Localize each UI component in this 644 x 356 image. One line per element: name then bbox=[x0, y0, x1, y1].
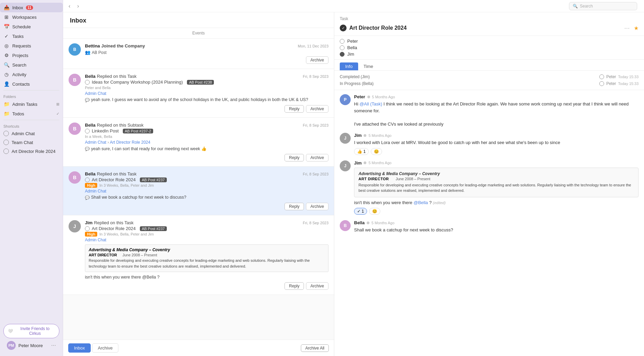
shortcut-item-admin-chat[interactable]: Admin Chat bbox=[0, 129, 63, 138]
cv-dates: June 2008 – Present bbox=[396, 177, 430, 181]
item-header: Bella Replied on this Task Fri, 8 Sep 20… bbox=[85, 171, 328, 176]
user-options-icon[interactable]: ⋯ bbox=[51, 343, 56, 348]
chat-time: 5 Months Ago bbox=[368, 133, 391, 138]
item-meta: In 3 Weeks, Bella, Peter and Jim bbox=[99, 183, 153, 187]
priority-badge: High bbox=[85, 232, 97, 237]
reply-button[interactable]: Reply bbox=[284, 105, 304, 113]
shortcut-item-team-chat[interactable]: Team Chat bbox=[0, 138, 63, 147]
reaction-button[interactable]: ✓ 1 bbox=[354, 208, 367, 215]
reply-button[interactable]: Reply bbox=[284, 203, 304, 210]
cv-dates: June 2008 – Present bbox=[122, 253, 157, 257]
chat-text: I worked with Lora over at MRV. Would be… bbox=[354, 139, 639, 146]
chat-dot bbox=[367, 222, 369, 224]
item-channel[interactable]: Admin Chat bbox=[85, 140, 106, 145]
chat-time: 5 Months Ago bbox=[372, 95, 395, 99]
archive-button[interactable]: Archive bbox=[306, 105, 328, 113]
avatar: J bbox=[69, 220, 81, 232]
footer-tabs: Inbox Archive bbox=[68, 343, 118, 353]
sidebar-item-label: Schedule bbox=[12, 24, 31, 29]
sidebar-item-projects[interactable]: ⚙ Projects bbox=[0, 51, 63, 60]
sidebar-user[interactable]: PM Peter Moore ⋯ bbox=[3, 338, 59, 353]
archive-button[interactable]: Archive bbox=[306, 154, 328, 161]
cv-card: Advertising & Media Company – Coventry A… bbox=[85, 244, 328, 272]
post-badge: AB Post #237 bbox=[140, 177, 167, 182]
sidebar-item-contacts[interactable]: 👤 Contacts bbox=[0, 79, 63, 89]
task-star-icon[interactable]: ★ bbox=[634, 25, 639, 31]
task-name: Art Director Role 2024 bbox=[92, 226, 136, 231]
chat-body: Peter 5 Months Ago Hi @All (Task) I thin… bbox=[354, 94, 639, 127]
inbox-item-bettina-joined: B Bettina Joined the Company Mon, 11 Dec… bbox=[63, 39, 334, 69]
task-section-label: Task bbox=[340, 16, 639, 21]
status-value: Peter bbox=[606, 74, 616, 79]
chat-message-jim-msg2: J Jim 5 Months Ago Advertising & Media C… bbox=[340, 160, 639, 215]
item-header: Jim Replied on this Task Fri, 8 Sep 2023 bbox=[85, 220, 328, 225]
sidebar-item-schedule[interactable]: 📅 Schedule bbox=[0, 22, 63, 31]
avatar: B bbox=[69, 43, 81, 56]
item-channel[interactable]: Admin Chat bbox=[85, 91, 106, 96]
inbox-tab[interactable]: Inbox bbox=[68, 343, 91, 353]
task-tab-time[interactable]: Time bbox=[358, 62, 379, 70]
chat-username: Bella bbox=[354, 220, 365, 225]
global-search-bar[interactable]: 🔍 Search bbox=[569, 2, 637, 10]
status-label: In Progress (Bella) bbox=[340, 81, 374, 86]
item-channel[interactable]: Admin Chat bbox=[85, 238, 106, 242]
sidebar-item-label: Inbox bbox=[12, 5, 23, 10]
chat-avatar: J bbox=[340, 133, 351, 144]
item-channel-chain[interactable]: Art Director Role 2024 bbox=[110, 140, 150, 145]
sidebar-item-label: Activity bbox=[12, 72, 26, 77]
reply-button[interactable]: Reply bbox=[284, 282, 304, 290]
archive-all-button[interactable]: Archive All bbox=[301, 344, 329, 352]
requests-icon: ◎ bbox=[3, 43, 10, 49]
chat-username: Jim bbox=[354, 133, 362, 138]
shortcut-item-art-director[interactable]: Art Director Role 2024 bbox=[0, 147, 63, 156]
item-name: Bella bbox=[85, 123, 96, 128]
sidebar-username: Peter Moore bbox=[18, 343, 43, 348]
sidebar-item-label: Search bbox=[12, 62, 26, 68]
task-title-row: Art Director Role 2024 ⋯ ★ bbox=[340, 23, 639, 33]
task-tab-info[interactable]: Info bbox=[340, 62, 358, 70]
sidebar-item-label: Tasks bbox=[12, 34, 24, 39]
item-name: Bettina bbox=[85, 43, 100, 48]
sidebar-item-tasks[interactable]: ✓ Tasks bbox=[0, 31, 63, 41]
chat-text: Hi @All (Task) I think we need to be loo… bbox=[354, 101, 639, 127]
chat-header: Peter 5 Months Ago bbox=[354, 94, 639, 99]
task-circle-icon bbox=[85, 177, 90, 182]
archive-tab[interactable]: Archive bbox=[92, 343, 118, 353]
archive-button[interactable]: Archive bbox=[306, 282, 328, 290]
sidebar-item-search[interactable]: 🔍 Search bbox=[0, 60, 63, 70]
folder-item-admin-tasks[interactable]: 📁 Admin Tasks ⊞ bbox=[0, 99, 63, 109]
message-icon: 💬 bbox=[85, 98, 90, 102]
task-more-button[interactable]: ⋯ bbox=[622, 23, 632, 33]
task-members: Peter Bella Jim bbox=[334, 36, 644, 60]
inbox-panel: Inbox Events B Bettina Joined the Compan… bbox=[63, 12, 334, 356]
back-button[interactable]: ‹ bbox=[67, 2, 72, 10]
task-circle-icon bbox=[85, 129, 90, 133]
item-meta: In 3 Weeks, Bella, Peter and Jim bbox=[99, 232, 153, 236]
reaction-button[interactable]: 😊 bbox=[371, 148, 382, 155]
reaction-button[interactable]: 😊 bbox=[369, 208, 380, 215]
mention: @Bella bbox=[413, 200, 428, 205]
member-name: Peter bbox=[347, 39, 358, 44]
member-name: Bella bbox=[347, 45, 357, 50]
forward-button[interactable]: › bbox=[75, 2, 81, 10]
reaction-button[interactable]: 👍 1 bbox=[354, 148, 369, 155]
sidebar-item-workspaces[interactable]: ⊞ Workspaces bbox=[0, 12, 63, 22]
folder-item-todos[interactable]: 📁 Todos ✓ bbox=[0, 109, 63, 118]
item-content: Bettina Joined the Company Mon, 11 Dec 2… bbox=[85, 43, 328, 64]
archive-button[interactable]: Archive bbox=[306, 56, 328, 64]
sidebar-item-activity[interactable]: ◷ Activity bbox=[0, 70, 63, 79]
item-action: Replied on this Subtask bbox=[97, 123, 144, 128]
invite-friends-button[interactable]: 🤍 Invite Friends to Cirkus bbox=[3, 324, 59, 338]
sidebar-item-inbox[interactable]: 📥 Inbox11 bbox=[0, 3, 63, 12]
sidebar-item-label: Contacts bbox=[12, 82, 30, 87]
item-channel[interactable]: Admin Chat bbox=[85, 189, 106, 194]
archive-button[interactable]: Archive bbox=[306, 203, 328, 210]
task-member-jim: Jim bbox=[340, 52, 639, 57]
post-badge: AB Post #238 bbox=[187, 80, 214, 85]
reply-button[interactable]: Reply bbox=[284, 154, 304, 161]
chat-avatar: J bbox=[340, 160, 351, 171]
sidebar-item-requests[interactable]: ◎ Requests bbox=[0, 41, 63, 51]
post-badge: AB Post #237 bbox=[140, 226, 167, 231]
tasks-icon: ✓ bbox=[3, 33, 10, 39]
item-header: Bella Replied on this Subtask Fri, 8 Sep… bbox=[85, 123, 328, 128]
